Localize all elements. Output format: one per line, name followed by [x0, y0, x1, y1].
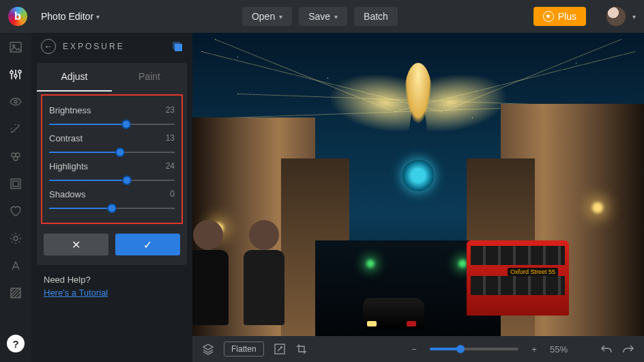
- exposure-panel: ← EXPOSURE Adjust Paint Brightness 23: [31, 33, 192, 362]
- panel-title: EXPOSURE: [63, 42, 165, 51]
- account-avatar[interactable]: [606, 7, 626, 26]
- slider-label: Brightness: [49, 105, 91, 115]
- adjust-sliders-icon[interactable]: [8, 67, 23, 82]
- slider-track-shadows[interactable]: [49, 204, 175, 213]
- bus-route-sign: Oxford Street 55: [508, 268, 558, 276]
- layers-icon[interactable]: [202, 343, 214, 355]
- heart-tool-icon[interactable]: [8, 204, 23, 219]
- eye-tool-icon[interactable]: [8, 94, 23, 109]
- svg-point-8: [14, 156, 18, 161]
- zoom-slider[interactable]: [430, 348, 518, 350]
- slider-track-highlights[interactable]: [49, 176, 175, 185]
- crop-icon[interactable]: [295, 343, 308, 355]
- help-button[interactable]: ?: [7, 335, 25, 352]
- zoom-out-icon[interactable]: −: [408, 343, 420, 355]
- chevron-down-icon: ▾: [334, 13, 338, 20]
- svg-rect-9: [11, 179, 20, 189]
- star-icon: ★: [543, 11, 554, 22]
- illuminated-clock: [402, 160, 434, 191]
- red-bus: Oxford Street 55: [467, 240, 569, 316]
- redo-icon[interactable]: [622, 343, 634, 355]
- svg-rect-14: [175, 44, 182, 51]
- app-menu-label: Photo Editor: [41, 11, 93, 22]
- slider-track-brightness[interactable]: [49, 120, 175, 129]
- compare-icon[interactable]: [172, 41, 183, 52]
- canvas-area: Oxford Street 55 Flatten − + 55%: [192, 33, 644, 362]
- plus-label: Plus: [558, 11, 576, 22]
- tab-adjust[interactable]: Adjust: [37, 63, 112, 92]
- texture-tool-icon[interactable]: [8, 286, 23, 301]
- apply-button[interactable]: ✓: [115, 234, 180, 255]
- chevron-down-icon: ▾: [632, 13, 636, 20]
- help-block: Need Help? Here's a Tutorial: [31, 265, 192, 307]
- black-car: [363, 298, 424, 329]
- cancel-button[interactable]: ✕: [44, 234, 108, 255]
- bottom-bar: Flatten − + 55%: [192, 336, 644, 362]
- svg-rect-0: [10, 42, 21, 52]
- flatten-button[interactable]: Flatten: [224, 342, 264, 357]
- open-button[interactable]: Open ▾: [242, 7, 292, 26]
- svg-point-4: [18, 70, 21, 73]
- foreground-person: [240, 220, 288, 329]
- save-label: Save: [308, 11, 330, 22]
- left-toolstrip: ?: [0, 33, 31, 362]
- help-question: Need Help?: [44, 275, 180, 285]
- slider-track-contrast[interactable]: [49, 148, 175, 157]
- top-bar: b Photo Editor ▾ Open ▾ Save ▾ Batch ★ P…: [0, 0, 644, 33]
- image-canvas[interactable]: Oxford Street 55: [192, 33, 644, 336]
- slider-highlights: Highlights 24: [49, 161, 175, 185]
- undo-icon[interactable]: [600, 343, 613, 355]
- zoom-percentage: 55%: [550, 344, 568, 354]
- open-label: Open: [252, 11, 275, 22]
- magic-tool-icon[interactable]: [8, 122, 23, 137]
- zoom-in-icon[interactable]: +: [528, 343, 540, 355]
- panel-back-button[interactable]: ←: [41, 39, 56, 54]
- batch-button[interactable]: Batch: [354, 7, 398, 26]
- angel-decoration: [405, 63, 432, 124]
- slider-value: 24: [166, 161, 175, 171]
- svg-point-11: [14, 236, 18, 240]
- slider-label: Contrast: [49, 133, 83, 143]
- svg-point-2: [10, 71, 13, 74]
- sliders-group: Brightness 23 Contrast 13: [41, 94, 183, 224]
- chevron-down-icon: ▾: [279, 13, 282, 20]
- save-button[interactable]: Save ▾: [299, 7, 347, 26]
- upgrade-plus-button[interactable]: ★ Plus: [533, 7, 586, 26]
- tutorial-link[interactable]: Here's a Tutorial: [44, 288, 108, 298]
- app-logo[interactable]: b: [8, 7, 27, 26]
- settings-tool-icon[interactable]: [8, 231, 23, 246]
- slider-label: Highlights: [49, 161, 88, 171]
- svg-point-3: [14, 74, 17, 77]
- slider-brightness: Brightness 23: [49, 105, 175, 129]
- svg-point-1: [13, 45, 15, 47]
- svg-point-5: [14, 100, 17, 103]
- chevron-down-icon: ▾: [96, 13, 100, 20]
- text-tool-icon[interactable]: [8, 258, 23, 273]
- slider-shadows: Shadows 0: [49, 189, 175, 213]
- batch-label: Batch: [364, 11, 388, 22]
- foreground-person: [192, 220, 232, 329]
- expand-icon[interactable]: [274, 343, 286, 355]
- slider-contrast: Contrast 13: [49, 133, 175, 157]
- frame-tool-icon[interactable]: [8, 176, 23, 191]
- slider-value: 23: [166, 105, 175, 115]
- slider-label: Shadows: [49, 189, 85, 199]
- app-menu-dropdown[interactable]: Photo Editor ▾: [34, 7, 106, 26]
- tab-paint[interactable]: Paint: [112, 63, 187, 92]
- panel-tabs: Adjust Paint: [37, 63, 187, 92]
- slider-value: 13: [166, 133, 175, 143]
- slider-value: 0: [170, 189, 175, 199]
- image-tool-icon[interactable]: [8, 40, 23, 55]
- svg-rect-10: [13, 181, 18, 186]
- effects-tool-icon[interactable]: [8, 149, 23, 164]
